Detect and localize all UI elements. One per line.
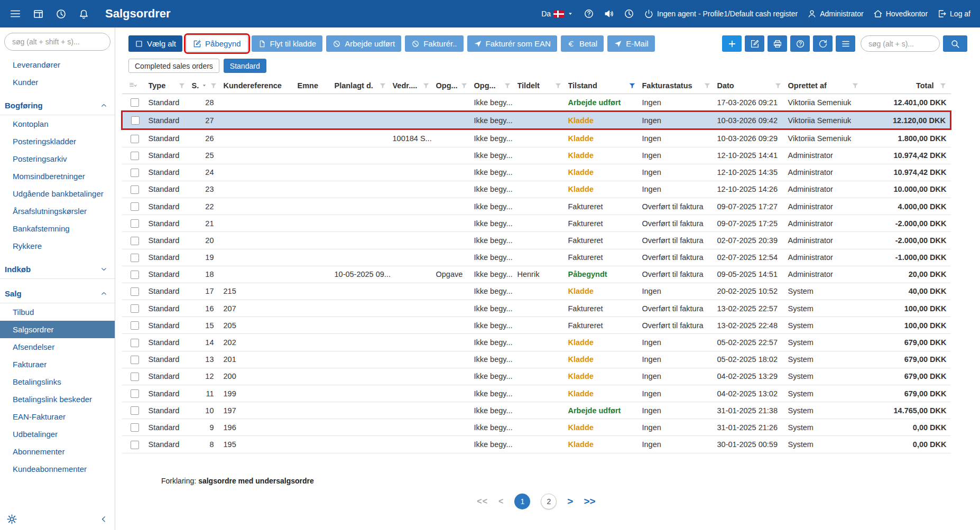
office-menu[interactable]: Hovedkontor [873,9,928,18]
order-row-27[interactable]: Standard27Ikke begy...KladdeIngen10-03-2… [122,111,951,129]
e-mail-button[interactable]: E-Mail [607,35,655,52]
filter-funnel-icon[interactable] [178,82,188,89]
order-row-8[interactable]: Standard8195Ikke begy...KladdeIngen30-01… [122,436,951,453]
row-checkbox[interactable] [131,152,139,160]
filter-chip-completed-sales-orders[interactable]: Completed sales orders [128,59,219,73]
fakturer-button[interactable]: Fakturér.. [405,35,463,52]
order-row-19[interactable]: Standard19Ikke begy...FaktureretOverført… [122,249,951,266]
filter-funnel-icon[interactable] [852,82,861,89]
vaelg-alt-button[interactable]: Vælg alt [128,35,182,52]
row-checkbox[interactable] [131,185,139,194]
row-checkbox[interactable] [131,98,139,107]
logout-button[interactable]: Log af [937,9,970,18]
column-planlagt-d[interactable]: Planlagt d. [332,77,391,94]
help-button[interactable] [790,35,810,52]
sidebar-item-rykkere[interactable]: Rykkere [0,237,115,255]
filter-funnel-icon[interactable] [628,82,638,89]
sidebar-item-betalingslinks[interactable]: Betalingslinks [0,373,115,390]
agent-status[interactable]: Ingen agent - Profile1/Default cash regi… [644,9,798,19]
column-dato[interactable]: Dato [715,77,786,94]
settings-gear-icon[interactable] [6,514,17,525]
print-button[interactable] [768,35,787,52]
column-type[interactable]: Type [146,77,190,94]
column-tilstand[interactable]: Tilstand [566,77,640,94]
filter-funnel-icon[interactable] [379,82,389,89]
order-row-20[interactable]: Standard20Ikke begy...FaktureretOverført… [122,232,951,249]
sidebar-section-indkob[interactable]: Indkøb [0,260,115,279]
row-checkbox[interactable] [131,389,139,398]
betal-button[interactable]: Betal [561,35,604,52]
sidebar-item-momsindberetninger[interactable]: Momsindberetninger [0,168,115,185]
column-opg[interactable]: Opg... [434,77,472,94]
column-tildelt[interactable]: Tildelt [515,77,566,94]
filter-funnel-icon[interactable] [939,82,949,89]
sidebar-item-kontoplan[interactable]: Kontoplan [0,115,115,133]
row-checkbox[interactable] [131,321,139,330]
row-checkbox[interactable] [131,237,139,245]
sidebar-item-salgsordrer[interactable]: Salgsordrer [0,321,115,338]
order-row-13[interactable]: Standard13201Ikke begy...KladdeIngen05-0… [122,351,951,368]
row-checkbox[interactable] [131,219,139,228]
column-vedr[interactable]: Vedr.... [391,77,434,94]
user-menu[interactable]: Administrator [807,9,863,18]
sidebar-item-afsendelser[interactable]: Afsendelser [0,338,115,356]
column-fakturastatus[interactable]: Fakturastatus [640,77,715,94]
row-checkbox[interactable] [131,254,139,262]
filter-funnel-icon[interactable] [460,82,470,89]
sidebar-item-ean-fakturaer[interactable]: EAN-Fakturaer [0,408,115,425]
order-row-22[interactable]: Standard22Ikke begy...FaktureretOverført… [122,198,951,215]
order-row-16[interactable]: Standard16207Ikke begy...FaktureretOverf… [122,300,951,317]
column-kundereference[interactable]: Kundereference [221,77,295,94]
row-checkbox[interactable] [131,271,139,279]
filter-funnel-icon[interactable] [210,82,219,89]
row-checkbox[interactable] [131,339,139,347]
row-checkbox[interactable] [131,373,139,381]
filter-funnel-icon[interactable] [422,82,432,89]
order-row-15[interactable]: Standard15205Ikke begy...FaktureretOverf… [122,317,951,334]
collapse-sidebar-icon[interactable] [99,515,108,524]
sidebar-item-fakturaer[interactable]: Fakturaer [0,356,115,373]
row-checkbox[interactable] [131,287,139,296]
row-checkbox[interactable] [131,116,140,125]
sidebar-item-kundeabonnementer[interactable]: Kundeabonnementer [0,460,115,478]
sidebar-item-betalingslink-beskeder[interactable]: Betalingslink beskeder [0,390,115,408]
row-checkbox[interactable] [131,356,139,364]
select-menu-icon[interactable] [128,81,137,90]
page-button-2[interactable]: 2 [541,494,557,509]
order-row-24[interactable]: Standard24Ikke begy...KladdeIngen12-10-2… [122,164,951,181]
prev-page-button[interactable]: < [498,497,504,506]
editbox-button[interactable] [745,35,764,52]
filter-funnel-icon[interactable] [504,82,513,89]
report-icon[interactable] [33,8,44,20]
flyt-til-kladde-button[interactable]: Flyt til kladde [252,35,323,52]
table-search-input[interactable] [861,35,940,52]
sidebar-item-udgaaende-bankbetalinger[interactable]: Udgående bankbetalinger [0,185,115,202]
fakturer-som-ean-button[interactable]: Fakturér som EAN [467,35,557,52]
time-icon[interactable] [624,8,634,19]
row-checkbox[interactable] [131,441,139,449]
order-row-28[interactable]: Standard28Ikke begy...Arbejde udførtInge… [122,94,951,111]
help-icon[interactable] [584,8,594,19]
column-opg[interactable]: Opg... [472,77,515,94]
sidebar-item-kunder[interactable]: Kunder [0,73,115,91]
row-checkbox[interactable] [131,169,139,177]
refresh-button[interactable] [813,35,833,52]
order-row-25[interactable]: Standard25Ikke begy...KladdeIngen12-10-2… [122,147,951,164]
filter-chip-standard[interactable]: Standard [224,59,266,73]
order-row-18[interactable]: Standard1810-05-2025 09...OpgaveIkke beg… [122,266,951,283]
order-row-17[interactable]: Standard17215Ikke begy...KladdeIngen20-0… [122,283,951,300]
history-clock-icon[interactable] [56,8,67,20]
order-row-11[interactable]: Standard11199Ikke begy...KladdeIngen04-0… [122,385,951,402]
last-page-button[interactable]: >> [584,496,595,507]
sidebar-item-bankafstemning[interactable]: Bankafstemning [0,220,115,237]
order-row-26[interactable]: Standard26100184 S...Ikke begy...KladdeI… [122,129,951,147]
order-row-9[interactable]: Standard9196Ikke begy...KladdeIngen31-01… [122,419,951,436]
sidebar-search-input[interactable] [4,33,110,51]
sidebar-section-salg[interactable]: Salg [0,284,115,303]
order-row-12[interactable]: Standard12200Ikke begy...KladdeIngen04-0… [122,368,951,385]
order-row-14[interactable]: Standard14202Ikke begy...KladdeIngen05-0… [122,334,951,351]
first-page-button[interactable]: << [477,497,488,506]
row-checkbox[interactable] [131,304,139,313]
row-checkbox[interactable] [131,135,139,143]
sidebar-item-udbetalinger[interactable]: Udbetalinger [0,425,115,443]
